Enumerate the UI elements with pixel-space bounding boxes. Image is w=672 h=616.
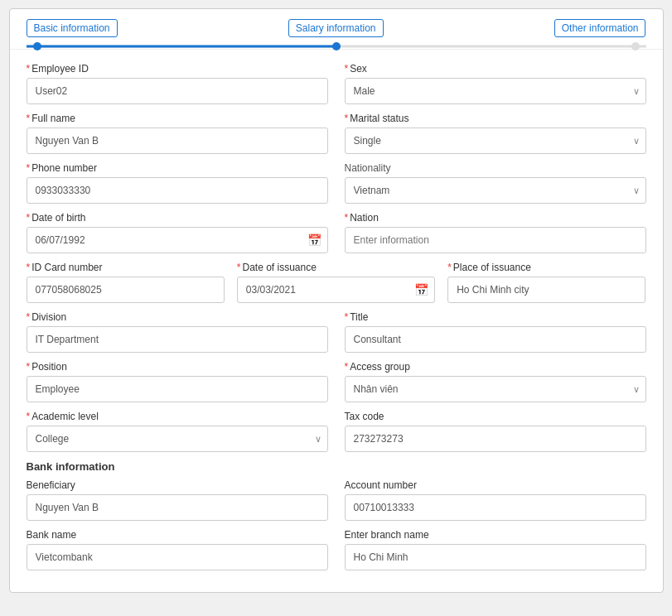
academic-level-label: *Academic level [27,411,328,422]
place-of-issuance-input[interactable] [447,277,645,303]
required-star: * [345,63,349,75]
step-basic-information[interactable]: Basic information [27,19,118,37]
title-label: *Title [345,311,646,323]
branch-name-input[interactable] [345,544,646,570]
employee-form-modal: Basic information Salary information Oth… [9,8,664,593]
progress-fill [27,46,336,48]
academic-level-select[interactable]: College University Master [27,426,328,452]
col-access-group: *Access group Nhân viên ∨ [345,361,646,402]
position-label: *Position [27,361,328,373]
col-position: *Position [27,361,328,402]
col-sex: *Sex Male Female ∨ [345,63,646,104]
step-dot-start [33,42,41,51]
steps-row: Basic information Salary information Oth… [27,19,646,37]
phone-number-input[interactable] [27,177,328,204]
row-beneficiary-account: Beneficiary Account number [27,479,646,521]
row-fullname-marital: *Full name *Marital status Single Marrie… [27,113,646,154]
required-star: * [345,212,349,224]
division-input[interactable] [27,326,328,353]
bank-name-input[interactable] [27,544,328,570]
nation-input[interactable] [345,227,646,253]
date-of-issuance-input[interactable] [237,277,435,303]
required-star: * [345,113,349,124]
step-other-information[interactable]: Other information [554,19,646,37]
account-number-input[interactable] [345,494,646,521]
nationality-select[interactable]: Vietnam [345,177,646,204]
poi-label: *Place of issuance [447,262,645,273]
col-date-of-birth: *Date of birth 📅 [27,212,328,253]
row-academic-tax: *Academic level College University Maste… [27,411,646,452]
required-star: * [27,311,31,323]
required-star: * [27,63,31,75]
employee-id-label: *Employee ID [27,63,328,75]
required-star: * [27,262,31,273]
id-card-label: *ID Card number [27,262,225,273]
step-dot-end [631,42,640,51]
access-group-select[interactable]: Nhân viên [345,376,646,402]
required-star: * [345,311,349,323]
access-group-select-wrapper: Nhân viên ∨ [345,376,646,402]
col-phone-number: *Phone number [27,162,328,204]
account-number-label: Account number [345,479,646,491]
col-place-of-issuance: *Place of issuance [447,262,645,303]
sex-select[interactable]: Male Female [345,78,646,104]
sex-select-wrapper: Male Female ∨ [345,78,646,104]
nationality-label: Nationality [345,162,646,174]
sex-label: *Sex [345,63,646,75]
required-star: * [345,361,349,373]
nationality-select-wrapper: Vietnam ∨ [345,177,646,204]
bank-section-title: Bank information [27,460,646,473]
row-bank-branch: Bank name Enter branch name [27,529,646,570]
employee-id-input[interactable] [27,78,328,104]
required-star: * [27,411,31,422]
beneficiary-input[interactable] [27,494,328,521]
row-position-access: *Position *Access group Nhân viên ∨ [27,361,646,402]
col-beneficiary: Beneficiary [27,479,328,521]
step-salary-information[interactable]: Salary information [288,19,384,37]
dob-label: *Date of birth [27,212,328,224]
dob-input-wrapper: 📅 [27,227,328,253]
bank-name-label: Bank name [27,529,328,541]
academic-level-select-wrapper: College University Master ∨ [27,426,328,452]
full-name-label: *Full name [27,113,328,124]
col-tax-code: Tax code [345,411,646,452]
full-name-input[interactable] [27,128,328,154]
date-of-birth-input[interactable] [27,227,328,253]
marital-status-select[interactable]: Single Married [345,128,646,154]
col-marital-status: *Marital status Single Married ∨ [345,113,646,154]
col-full-name: *Full name [27,113,328,154]
col-division: *Division [27,311,328,353]
col-account-number: Account number [345,479,646,521]
id-card-input[interactable] [27,277,225,303]
tax-code-input[interactable] [345,426,646,452]
form-body: *Employee ID *Sex Male Female ∨ [10,50,663,592]
col-academic-level: *Academic level College University Maste… [27,411,328,452]
required-star: * [27,113,31,124]
row-dob-nation: *Date of birth 📅 *Nation [27,212,646,253]
nation-label: *Nation [345,212,646,224]
required-star: * [447,262,452,273]
title-input[interactable] [345,326,646,353]
col-nation: *Nation [345,212,646,253]
col-bank-name: Bank name [27,529,328,570]
progress-bar [27,44,646,49]
doi-input-wrapper: 📅 [237,277,435,303]
marital-status-label: *Marital status [345,113,646,124]
col-employee-id: *Employee ID [27,63,328,104]
row-phone-nationality: *Phone number Nationality Vietnam ∨ [27,162,646,204]
required-star: * [27,361,31,373]
row-employee-id-sex: *Employee ID *Sex Male Female ∨ [27,63,646,104]
doi-label: *Date of issuance [237,262,435,273]
position-input[interactable] [27,376,328,402]
beneficiary-label: Beneficiary [27,479,328,491]
marital-status-select-wrapper: Single Married ∨ [345,128,646,154]
access-group-label: *Access group [345,361,646,373]
steps-header: Basic information Salary information Oth… [10,9,663,50]
row-id-card: *ID Card number *Date of issuance 📅 *Pla… [27,262,646,303]
phone-number-label: *Phone number [27,162,328,174]
required-star: * [27,162,31,174]
row-division-title: *Division *Title [27,311,646,353]
required-star: * [27,212,31,224]
division-label: *Division [27,311,328,323]
step-dot-middle [332,42,341,51]
